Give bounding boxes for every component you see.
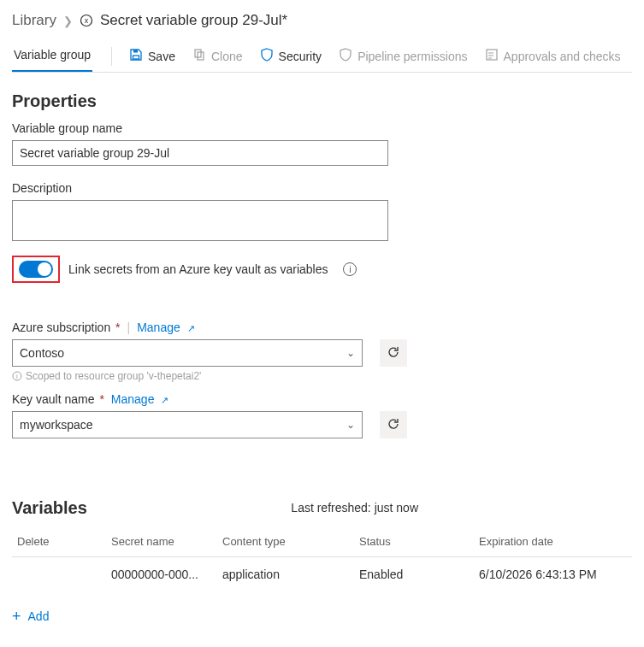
save-icon: [129, 48, 143, 66]
variables-table: Delete Secret name Content type Status E…: [12, 526, 632, 591]
cell-expiration: 6/10/2026 6:43:13 PM: [474, 557, 632, 592]
link-keyvault-toggle[interactable]: [19, 261, 53, 278]
svg-rect-2: [133, 56, 139, 59]
external-link-icon: ↗: [187, 323, 195, 333]
properties-heading: Properties: [12, 91, 632, 111]
security-label: Security: [279, 48, 322, 65]
description-input[interactable]: [12, 200, 388, 241]
vg-name-label: Variable group name: [12, 121, 632, 135]
add-variable-button[interactable]: + Add: [12, 609, 49, 624]
subscription-label: Azure subscription *: [12, 321, 121, 334]
tab-toolbar-row: Variable group Save Clone Security Pipel…: [12, 41, 632, 73]
keyvault-value: myworkspace: [20, 418, 93, 432]
tab-variable-group[interactable]: Variable group: [12, 41, 92, 72]
table-row[interactable]: 00000000-000... application Enabled 6/10…: [12, 557, 632, 592]
pipeline-permissions-button: Pipeline permissions: [330, 44, 476, 69]
col-content-type[interactable]: Content type: [217, 526, 354, 557]
variable-group-icon: x: [80, 14, 93, 27]
clone-button: Clone: [184, 44, 251, 69]
checklist-icon: [485, 48, 499, 66]
variables-heading: Variables: [12, 498, 87, 518]
col-secret-name[interactable]: Secret name: [106, 526, 217, 557]
page-title: Secret variable group 29-Jul*: [100, 12, 287, 29]
approvals-checks-label: Approvals and checks: [504, 48, 621, 65]
subscription-manage-link[interactable]: Manage ↗: [137, 321, 194, 334]
keyvault-label: Key vault name *: [12, 392, 104, 406]
toolbar-separator: [111, 47, 112, 66]
last-refreshed-text: Last refreshed: just now: [291, 501, 418, 515]
svg-text:i: i: [16, 373, 18, 380]
chevron-right-icon: ❯: [63, 15, 73, 27]
vg-name-input[interactable]: [12, 140, 388, 166]
description-label: Description: [12, 181, 632, 195]
approvals-checks-button: Approvals and checks: [476, 44, 629, 69]
cell-status: Enabled: [354, 557, 474, 592]
info-icon[interactable]: i: [343, 262, 357, 276]
subscription-scope-hint: i Scoped to resource group 'v-thepetai2': [12, 370, 632, 382]
svg-rect-3: [133, 50, 138, 52]
save-label: Save: [148, 48, 175, 65]
shield-icon: [260, 48, 274, 66]
clone-label: Clone: [211, 48, 243, 65]
security-button[interactable]: Security: [251, 44, 331, 69]
link-keyvault-label: Link secrets from an Azure key vault as …: [68, 262, 328, 276]
subscription-value: Contoso: [20, 346, 64, 360]
external-link-icon: ↗: [161, 395, 168, 405]
subscription-select[interactable]: Contoso ⌄: [12, 339, 363, 367]
svg-text:x: x: [85, 16, 89, 25]
subscription-refresh-button[interactable]: [380, 339, 407, 367]
info-icon: i: [12, 371, 22, 381]
keyvault-select[interactable]: myworkspace ⌄: [12, 411, 363, 438]
col-delete: Delete: [12, 526, 106, 557]
refresh-icon: [387, 417, 400, 433]
cell-secret-name: 00000000-000...: [106, 557, 217, 592]
keyvault-manage-link[interactable]: Manage ↗: [111, 392, 168, 406]
refresh-icon: [387, 345, 400, 362]
breadcrumb: Library ❯ x Secret variable group 29-Jul…: [12, 12, 632, 29]
cell-content-type: application: [217, 557, 354, 592]
keyvault-refresh-button[interactable]: [380, 411, 407, 438]
chevron-down-icon: ⌄: [346, 419, 355, 431]
link-keyvault-toggle-highlight: [12, 256, 60, 283]
breadcrumb-library-link[interactable]: Library: [12, 12, 56, 29]
save-button[interactable]: Save: [121, 44, 184, 69]
pipeline-permissions-label: Pipeline permissions: [357, 48, 467, 65]
col-expiration[interactable]: Expiration date: [474, 526, 632, 557]
cell-delete[interactable]: [12, 557, 106, 592]
add-label: Add: [28, 609, 50, 623]
chevron-down-icon: ⌄: [346, 347, 355, 359]
plus-icon: +: [12, 609, 21, 624]
shield-icon: [339, 48, 352, 66]
col-status[interactable]: Status: [354, 526, 474, 557]
clone-icon: [192, 48, 206, 66]
